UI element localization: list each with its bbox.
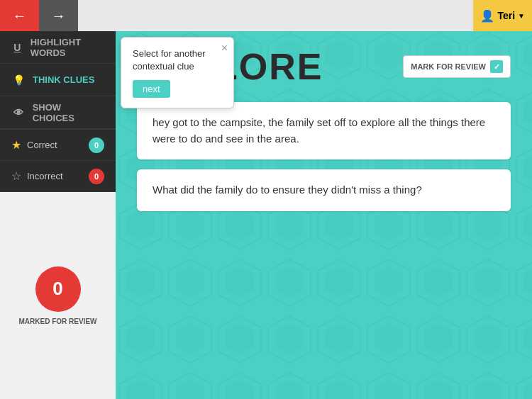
- user-icon: 👤: [480, 9, 494, 23]
- eye-icon: 👁: [11, 106, 26, 120]
- back-button[interactable]: ←: [0, 0, 39, 31]
- text-card-1-content: hey got to the campsite, the family set …: [153, 116, 485, 145]
- sidebar-item-think-clues[interactable]: 💡 THINK CLUES: [0, 64, 116, 96]
- correct-score-item: ★ Correct 0: [0, 130, 116, 161]
- star-empty-icon: ☆: [11, 169, 21, 183]
- popup-text: Select for another contextual clue: [133, 47, 222, 73]
- back-icon: ←: [13, 8, 27, 24]
- sidebar: U HIGHLIGHT WORDS 💡 THINK CLUES 👁 SHOW C…: [0, 31, 116, 399]
- mark-for-review-button[interactable]: MARK FOR REVIEW ✓: [403, 55, 511, 78]
- star-filled-icon: ★: [11, 138, 21, 152]
- highlight-words-label: HIGHLIGHT WORDS: [31, 37, 104, 58]
- correct-label: Correct: [27, 140, 57, 150]
- incorrect-badge: 0: [89, 169, 104, 184]
- sidebar-bottom: ★ Correct 0 ☆ Incorrect 0: [0, 129, 116, 192]
- dropdown-icon: ▼: [518, 12, 525, 20]
- popup-close-button[interactable]: ×: [221, 42, 228, 55]
- user-name: Teri: [497, 10, 515, 21]
- underline-icon: U: [11, 40, 23, 55]
- forward-button[interactable]: →: [39, 0, 78, 31]
- review-count-circle: 0: [35, 266, 81, 312]
- checkbox-icon: ✓: [490, 60, 503, 73]
- text-card-2-content: What did the family do to ensure they di…: [153, 184, 422, 196]
- sidebar-item-show-choices[interactable]: 👁 SHOW CHOICES: [0, 96, 116, 129]
- incorrect-label: Incorrect: [27, 171, 63, 181]
- review-label: MARKED FOR REVIEW: [19, 317, 97, 325]
- bulb-icon: 💡: [11, 73, 26, 87]
- sidebar-item-highlight-words[interactable]: U HIGHLIGHT WORDS: [0, 31, 116, 64]
- text-card-1: hey got to the campsite, the family set …: [137, 102, 511, 159]
- think-clues-label: THINK CLUES: [33, 74, 94, 85]
- text-card-2: What did the family do to ensure they di…: [137, 169, 511, 211]
- incorrect-score-item: ☆ Incorrect 0: [0, 161, 116, 192]
- mark-review-label: MARK FOR REVIEW: [411, 62, 486, 71]
- user-menu[interactable]: 👤 Teri ▼: [473, 0, 532, 31]
- nav-arrows: ← →: [0, 0, 78, 31]
- contextual-clue-popup: × Select for another contextual clue nex…: [121, 37, 234, 108]
- review-section: 0 MARKED FOR REVIEW: [0, 192, 116, 399]
- top-bar: ← → 👤 Teri ▼: [0, 0, 532, 31]
- show-choices-label: SHOW CHOICES: [33, 102, 104, 123]
- popup-next-button[interactable]: next: [133, 80, 170, 98]
- correct-badge: 0: [89, 137, 104, 153]
- forward-icon: →: [52, 8, 66, 24]
